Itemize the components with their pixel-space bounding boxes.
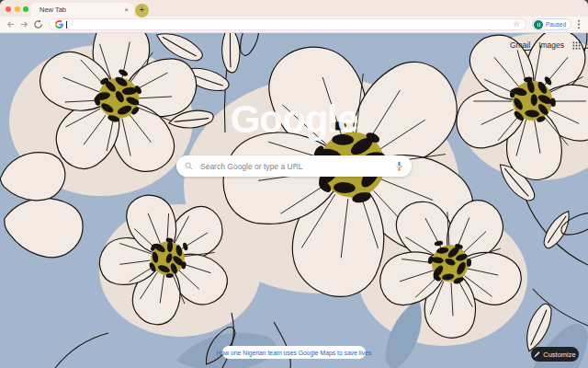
customize-button[interactable]: Customize <box>531 347 579 362</box>
google-g-favicon-icon <box>55 20 63 29</box>
toolbar: ☆ Paused <box>0 17 588 33</box>
promo-link[interactable]: How one Nigerian team uses Google Maps t… <box>222 346 366 359</box>
voice-mic-icon <box>395 161 403 171</box>
address-bar[interactable]: ☆ <box>49 18 526 30</box>
ntp-top-links: Gmail Images <box>510 40 581 50</box>
reload-button[interactable] <box>32 19 43 30</box>
browser-window: New Tab × + <box>0 0 588 368</box>
bookmark-star-icon[interactable]: ☆ <box>513 20 520 29</box>
tab-title: New Tab <box>40 6 124 14</box>
new-tab-button[interactable]: + <box>135 4 149 17</box>
close-window-icon[interactable] <box>6 6 11 12</box>
voice-search-button[interactable] <box>395 161 403 171</box>
forward-arrow-icon <box>19 19 29 29</box>
tab-close-icon[interactable]: × <box>124 6 129 14</box>
sync-paused-badge[interactable]: Paused <box>532 18 571 30</box>
sync-paused-label: Paused <box>546 21 566 28</box>
browser-menu-button[interactable] <box>574 19 583 30</box>
apps-launcher-button[interactable] <box>572 41 581 50</box>
pencil-icon <box>534 351 540 358</box>
tab-strip: New Tab × + <box>0 0 588 17</box>
search-box[interactable] <box>176 155 412 177</box>
sync-paused-icon <box>534 20 543 29</box>
kebab-menu-icon <box>577 19 581 29</box>
address-bar-input[interactable] <box>70 20 510 29</box>
minimize-window-icon[interactable] <box>15 6 20 12</box>
traffic-lights <box>6 6 28 12</box>
new-tab-page: Gmail Images Google <box>0 33 588 368</box>
back-arrow-icon <box>6 19 16 29</box>
reload-icon <box>33 19 43 29</box>
back-button[interactable] <box>5 19 16 30</box>
search-input[interactable] <box>198 161 390 172</box>
text-caret <box>66 21 67 29</box>
images-link[interactable]: Images <box>538 40 564 50</box>
floral-theme-background <box>0 33 588 368</box>
customize-label: Customize <box>543 351 575 359</box>
forward-button[interactable] <box>18 19 29 30</box>
apps-grid-icon <box>572 41 581 50</box>
search-magnifier-icon <box>185 162 193 170</box>
google-logo: Google <box>0 100 588 139</box>
tab-new-tab[interactable]: New Tab × <box>30 3 134 17</box>
fullscreen-window-icon[interactable] <box>23 6 28 12</box>
gmail-link[interactable]: Gmail <box>510 40 530 50</box>
